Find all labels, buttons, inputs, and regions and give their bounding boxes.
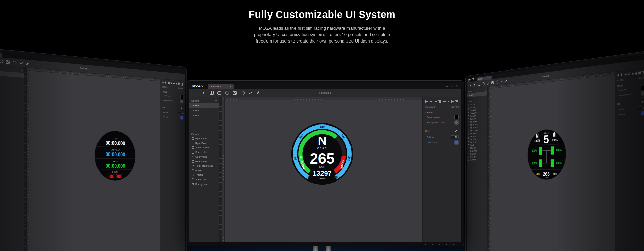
screen-item[interactable]: Screen1: [189, 103, 219, 108]
edit-grid-icon[interactable]: [641, 100, 644, 104]
canvas-color-swatch[interactable]: [180, 95, 183, 99]
left-document-tab[interactable]: Formula 1 ×: [0, 51, 2, 57]
screen-item[interactable]: Screen2: [189, 108, 219, 113]
tyre-dash-gauge[interactable]: 100% 100% GEAR 5: [527, 128, 567, 181]
lap-timer-gauge[interactable]: CURR 00:00.000 LAST LAP 00:00.000 BEST 0…: [94, 129, 136, 182]
gauge-icon[interactable]: [240, 90, 245, 96]
layer-item[interactable]: Gear Value: [189, 155, 219, 159]
background-color-swatch[interactable]: [180, 100, 183, 103]
pen-icon[interactable]: [505, 78, 508, 83]
image-icon[interactable]: [232, 90, 237, 96]
grid-color-swatch[interactable]: [454, 140, 459, 145]
align-left-icon[interactable]: [425, 100, 428, 103]
center-canvas[interactable]: 0 60 120 180 240 300 360 THROTTLE BRAKE: [222, 97, 422, 242]
grid-color-swatch[interactable]: [641, 111, 644, 115]
canvas-color-swatch[interactable]: [641, 86, 644, 90]
text-layer-icon: [468, 130, 469, 132]
gauge-icon[interactable]: [495, 80, 498, 84]
tyre-rl-value: 100%: [532, 162, 537, 165]
layer-item[interactable]: Throttle: [189, 173, 219, 177]
rpm-label: RPM: [320, 177, 325, 180]
line-icon[interactable]: [248, 90, 253, 96]
left-canvas[interactable]: CURR 00:00.000 LAST LAP 00:00.000 BEST 0…: [27, 68, 160, 251]
distribute-v-icon[interactable]: [181, 82, 183, 86]
distribute-h-icon[interactable]: [638, 71, 641, 75]
layer-item-label: Battery Value: [470, 112, 477, 114]
align-center-h-icon[interactable]: [165, 81, 167, 84]
align-center-h-icon[interactable]: [620, 73, 623, 77]
rounded-rect-icon[interactable]: [482, 81, 485, 86]
layer-item-label: Fuel Value: [470, 106, 476, 108]
grid-layout-icon[interactable]: [209, 90, 214, 96]
grid-color-swatch[interactable]: [180, 116, 183, 119]
close-tab-icon[interactable]: ×: [230, 85, 231, 88]
caret-down-icon[interactable]: [469, 83, 472, 88]
grid-size-input[interactable]: 10: [638, 106, 644, 110]
edit-grid-icon[interactable]: [454, 129, 458, 133]
background-color-swatch[interactable]: [454, 120, 459, 125]
pen-icon[interactable]: [25, 61, 30, 66]
image-icon[interactable]: [491, 80, 494, 85]
layer-item[interactable]: Brake: [189, 168, 219, 173]
align-top-icon[interactable]: [170, 82, 172, 85]
align-middle-icon[interactable]: [442, 100, 446, 103]
distribute-v-icon[interactable]: [455, 100, 459, 103]
distribute-v-icon[interactable]: [642, 71, 644, 75]
canvas-color-swatch[interactable]: [454, 115, 459, 119]
center-document-tab[interactable]: Formula 1 ×: [208, 84, 234, 89]
layer-item[interactable]: Speed Dial: [189, 177, 219, 182]
align-bottom-icon[interactable]: [447, 100, 450, 103]
circle-icon[interactable]: [486, 81, 489, 85]
align-top-icon[interactable]: [438, 100, 442, 103]
circle-icon[interactable]: [0, 59, 4, 64]
cursor-icon[interactable]: [201, 90, 206, 96]
edit-grid-icon[interactable]: [180, 106, 183, 110]
monitor-osd-buttons[interactable]: [425, 244, 454, 245]
layer-item-label: Tyre RL Value: [470, 127, 477, 129]
caret-down-icon[interactable]: [193, 90, 199, 96]
align-top-icon[interactable]: [627, 72, 630, 76]
layer-item[interactable]: Text Foreground: [189, 164, 219, 168]
align-center-h-icon[interactable]: [429, 100, 433, 103]
layer-item[interactable]: Rpm Label: [189, 136, 219, 141]
add-screen-button[interactable]: +: [21, 69, 22, 72]
cursor-icon[interactable]: [473, 82, 476, 87]
add-screen-button[interactable]: +: [485, 88, 486, 91]
align-right-icon[interactable]: [434, 100, 437, 103]
layer-item[interactable]: Gear Label: [189, 159, 219, 164]
layer-item[interactable]: Background: [467, 158, 488, 161]
maximize-icon[interactable]: □: [456, 85, 458, 88]
grid-size-input[interactable]: 10: [451, 135, 459, 139]
image-icon[interactable]: [6, 59, 10, 65]
right-canvas[interactable]: 100% 100% GEAR 5: [489, 72, 614, 251]
speed-dial-gauge[interactable]: 0 60 120 180 240 300 360 THROTTLE BRAKE: [290, 122, 354, 186]
line-icon[interactable]: [19, 60, 23, 66]
distribute-h-icon[interactable]: [178, 82, 180, 86]
align-middle-icon[interactable]: [173, 82, 175, 85]
align-bottom-icon[interactable]: [176, 82, 178, 85]
layer-item[interactable]: Speed Unit: [189, 150, 219, 155]
grid-layout-icon[interactable]: [478, 82, 481, 87]
gauge-icon[interactable]: [12, 60, 17, 65]
align-left-icon[interactable]: [162, 81, 164, 84]
distribute-h-icon[interactable]: [451, 100, 454, 103]
restore-icon[interactable]: ○: [451, 85, 453, 88]
align-bottom-icon[interactable]: [635, 71, 637, 75]
align-left-icon[interactable]: [617, 73, 619, 77]
align-right-icon[interactable]: [167, 81, 169, 85]
line-icon[interactable]: [500, 79, 503, 84]
layer-item[interactable]: Speed Value: [189, 145, 219, 150]
pen-icon[interactable]: [255, 90, 261, 96]
align-middle-icon[interactable]: [631, 72, 634, 76]
screen-item[interactable]: Screen3: [189, 113, 219, 118]
minimize-icon[interactable]: –: [446, 85, 448, 88]
layer-item[interactable]: Background: [189, 182, 219, 187]
close-tab-icon[interactable]: ×: [489, 77, 491, 79]
background-color-swatch[interactable]: [641, 91, 644, 96]
layer-item[interactable]: Rpm Value: [189, 141, 219, 146]
rounded-rect-icon[interactable]: [217, 90, 222, 96]
add-screen-button[interactable]: +: [215, 99, 217, 102]
circle-icon[interactable]: [224, 90, 230, 96]
grid-size-input[interactable]: 10: [178, 112, 183, 115]
align-right-icon[interactable]: [624, 73, 626, 77]
